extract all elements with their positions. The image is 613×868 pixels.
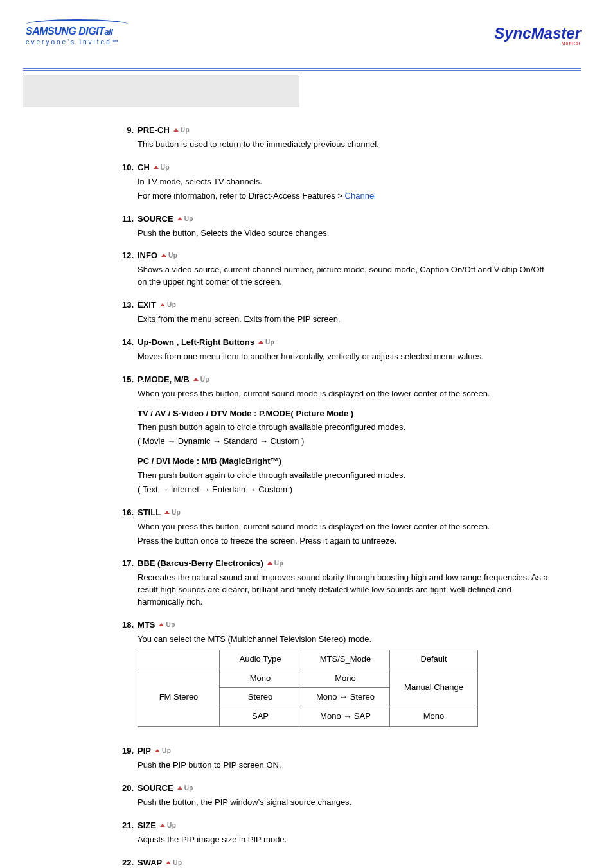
mts-cell-fmstereo: FM Stereo xyxy=(138,669,220,727)
mts-cell: Manual Change xyxy=(390,669,478,707)
brand-logo: SAMSUNG DIGITall everyone's invited™ xyxy=(26,19,135,46)
mts-table: Audio Type MTS/S_Mode Default FM Stereo … xyxy=(138,650,478,727)
up-link[interactable]: Up xyxy=(160,822,176,829)
item-still: 16. STILL Up When you press this button,… xyxy=(116,508,555,547)
up-link[interactable]: Up xyxy=(193,376,209,383)
item-number: 21. xyxy=(116,820,134,830)
mts-cell: SAP xyxy=(220,707,301,727)
product-logo: SyncMaster Monitor xyxy=(494,24,581,46)
mts-th-mode: MTS/S_Mode xyxy=(301,650,390,669)
item-title: Up-Down , Left-Right Buttons xyxy=(138,337,254,347)
channel-link[interactable]: Channel xyxy=(345,191,376,200)
up-link[interactable]: Up xyxy=(258,339,274,346)
item-title: CH xyxy=(138,163,150,172)
item-pip: 19. PIP Up Push the PIP button to PIP sc… xyxy=(116,746,555,772)
item-swap: 22. SWAP Up Swapping the contents of the… xyxy=(116,858,555,868)
item-size: 21. SIZE Up Adjusts the PIP image size i… xyxy=(116,820,555,846)
item-body: Recreates the natural sound and improves… xyxy=(138,572,555,608)
item-body-line: When you press this button, current soun… xyxy=(138,521,555,533)
page-header: SAMSUNG DIGITall everyone's invited™ Syn… xyxy=(0,0,613,64)
item-pre-ch: 9. PRE-CH Up This button is used to retu… xyxy=(116,125,555,151)
item-number: 16. xyxy=(116,508,134,517)
pmode-sub2-body: Then push button again to circle through… xyxy=(138,470,555,482)
item-bbe: 17. BBE (Barcus-Berry Electronics) Up Re… xyxy=(116,558,555,608)
triangle-up-icon xyxy=(164,511,170,514)
mts-cell: Mono xyxy=(220,669,301,688)
item-number: 12. xyxy=(116,251,134,260)
mts-cell: Stereo xyxy=(220,688,301,707)
item-number: 18. xyxy=(116,620,134,630)
mts-cell: Mono ↔ Stereo xyxy=(301,688,390,707)
triangle-up-icon xyxy=(159,623,164,626)
pmode-sub1-seq: ( Movie → Dynamic → Standard → Custom ) xyxy=(138,436,555,448)
item-title: MTS xyxy=(138,620,155,630)
up-link[interactable]: Up xyxy=(267,560,283,567)
item-title: SOURCE xyxy=(138,214,173,224)
brand-suffix: all xyxy=(104,27,112,37)
item-title: INFO xyxy=(138,251,157,260)
content-area: 9. PRE-CH Up This button is used to retu… xyxy=(0,107,613,868)
pmode-intro: When you press this button, current soun… xyxy=(138,388,555,400)
up-link[interactable]: Up xyxy=(164,509,181,516)
product-name: SyncMaster xyxy=(494,24,581,42)
item-title: BBE (Barcus-Berry Electronics) xyxy=(138,558,263,568)
up-link[interactable]: Up xyxy=(160,301,176,308)
pmode-sub1-body: Then push button again to circle through… xyxy=(138,421,555,434)
item-number: 14. xyxy=(116,337,134,347)
triangle-up-icon xyxy=(173,128,179,132)
up-link[interactable]: Up xyxy=(154,164,170,171)
item-title: EXIT xyxy=(138,300,156,310)
item-title: PRE-CH xyxy=(138,125,170,135)
pmode-sub2-seq: ( Text → Internet → Entertain → Custom ) xyxy=(138,484,555,496)
item-number: 20. xyxy=(116,783,134,793)
item-number: 10. xyxy=(116,163,134,172)
triangle-up-icon xyxy=(267,562,272,565)
item-body: Shows a video source, current channel nu… xyxy=(138,264,555,288)
item-info: 12. INFO Up Shows a video source, curren… xyxy=(116,251,555,288)
item-ch: 10. CH Up In TV mode, selects TV channel… xyxy=(116,163,555,202)
item-source2: 20. SOURCE Up Push the button, the PIP w… xyxy=(116,783,555,809)
item-source: 11. SOURCE Up Push the button, Selects t… xyxy=(116,214,555,240)
item-exit: 13. EXIT Up Exits from the menu screen. … xyxy=(116,300,555,326)
up-link[interactable]: Up xyxy=(173,127,190,134)
item-title: STILL xyxy=(138,508,161,517)
mts-th-blank xyxy=(138,650,220,669)
mts-cell: Mono ↔ SAP xyxy=(301,707,390,727)
item-body: Push the button, the PIP window's signal… xyxy=(138,797,555,809)
item-number: 17. xyxy=(116,558,134,568)
brand-tagline: everyone's invited™ xyxy=(26,39,135,46)
mts-cell: Mono xyxy=(301,669,390,688)
up-link[interactable]: Up xyxy=(159,621,175,628)
brand-main: SAMSUNG DIGIT xyxy=(26,26,104,37)
item-body: Moves from one menu item to another hori… xyxy=(138,351,555,363)
item-number: 11. xyxy=(116,214,134,224)
mts-th-audiotype: Audio Type xyxy=(220,650,301,669)
item-number: 9. xyxy=(116,125,134,135)
item-body-line: Press the button once to freeze the scre… xyxy=(138,535,555,547)
item-title: PIP xyxy=(138,746,151,756)
item-body: This button is used to return to the imm… xyxy=(138,139,555,151)
item-pmode: 15. P.MODE, M/B Up When you press this b… xyxy=(116,375,555,496)
item-number: 15. xyxy=(116,375,134,384)
item-number: 19. xyxy=(116,746,134,756)
up-link[interactable]: Up xyxy=(177,215,193,222)
item-title: SIZE xyxy=(138,820,156,830)
up-link[interactable]: Up xyxy=(161,252,177,259)
pmode-sub2-title: PC / DVI Mode : M/B (MagicBright™) xyxy=(138,456,555,468)
up-link[interactable]: Up xyxy=(177,784,193,792)
triangle-up-icon xyxy=(154,166,159,169)
mts-intro: You can select the MTS (Multichannel Tel… xyxy=(138,633,555,646)
item-body: Push the PIP button to PIP screen ON. xyxy=(138,759,555,772)
mts-cell: Mono xyxy=(390,707,478,727)
header-divider xyxy=(23,68,581,71)
triangle-up-icon xyxy=(193,378,199,381)
up-link[interactable]: Up xyxy=(155,747,171,754)
up-link[interactable]: Up xyxy=(166,859,182,866)
item-title: SOURCE xyxy=(138,783,173,793)
item-mts: 18. MTS Up You can select the MTS (Multi… xyxy=(116,620,555,727)
item-body: Push the button, Selects the Video sourc… xyxy=(138,227,555,240)
mts-th-default: Default xyxy=(390,650,478,669)
item-title: SWAP xyxy=(138,858,162,867)
pmode-sub1-title: TV / AV / S-Video / DTV Mode : P.MODE( P… xyxy=(138,408,555,420)
item-number: 13. xyxy=(116,300,134,310)
